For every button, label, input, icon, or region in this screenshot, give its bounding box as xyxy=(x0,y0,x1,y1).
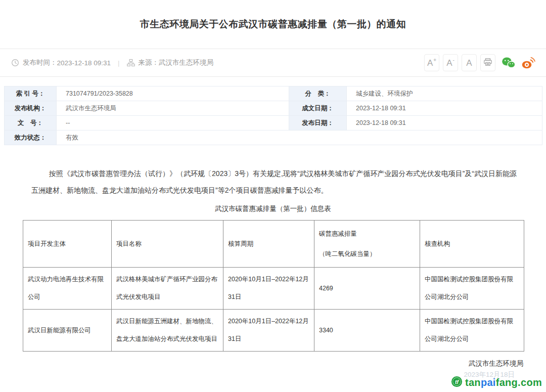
font-reset-button[interactable]: A xyxy=(462,54,477,71)
logo-part-3: .com xyxy=(518,377,542,388)
project-table-caption: 武汉市碳普惠减排量（第一批）信息表 xyxy=(0,204,546,213)
col-header-period: 核算周期 xyxy=(223,221,314,268)
verifier-cell: 中国国检测试控股集团股份有限公司湖北分公司 xyxy=(420,310,524,352)
validity-value: 有效 xyxy=(57,130,542,145)
table-row: 发布机构： 武汉市生态环境局 成文日期： 2023-12-18 09:31 xyxy=(5,101,542,116)
clock-icon xyxy=(11,59,19,67)
publish-info: 发布时间： 2023-12-18 09:31 | 来源： 武汉市生态环境局 xyxy=(11,58,213,67)
printer-icon xyxy=(483,58,492,68)
period-cell: 2020年10月1日–2022年12月31日 xyxy=(223,310,314,352)
table-row: 文 号： -- 发布日期： 2023-12-18 09:31 xyxy=(5,116,542,130)
source-label: 来源： xyxy=(139,58,159,67)
period-cell: 2020年10月1日–2022年12月31日 xyxy=(223,268,314,310)
source-value: 武汉市生态环境局 xyxy=(159,58,213,67)
verifier-cell: 中国国检测试控股集团股份有限公司湖北分公司 xyxy=(420,268,524,310)
table-row: 效力状态： 有效 xyxy=(5,130,542,145)
issuing-agency-label: 发布机构： xyxy=(5,101,57,116)
written-date-value: 2023-12-18 09:31 xyxy=(347,101,542,116)
index-number-label: 索 引 号： xyxy=(5,86,57,101)
publish-time-value: 2023-12-18 09:31 xyxy=(57,59,111,67)
publish-date-label: 发布日期： xyxy=(289,116,347,130)
publish-time-label: 发布时间： xyxy=(23,58,57,67)
doc-number-label: 文 号： xyxy=(5,116,57,130)
footer-brand-area: 2023年12月18日 tf tanpaifang.com xyxy=(430,370,546,391)
table-row: 武汉日新能源有限公司 武汉日新能源五洲建材、新地物流、盘龙大道加油站分布式光伏发… xyxy=(23,310,524,352)
col-header-project: 项目名称 xyxy=(112,221,223,268)
category-label: 分 类： xyxy=(289,86,347,101)
col-header-developer: 项目开发主体 xyxy=(23,221,112,268)
reduction-cell: 3340 xyxy=(314,310,420,352)
table-row: 索 引 号： 731074791/2023-35828 分 类： 城乡建设、环境… xyxy=(5,86,542,101)
validity-label: 效力状态： xyxy=(5,130,57,145)
wechat-share-icon[interactable] xyxy=(502,57,516,69)
col-header-reduction: 碳普惠减排量 （吨二氧化碳当量） xyxy=(314,221,420,268)
col-header-verifier: 核查机构 xyxy=(420,221,524,268)
print-button[interactable] xyxy=(480,54,495,71)
logo-part-0: tan xyxy=(465,377,481,388)
reduction-cell: 4269 xyxy=(314,268,420,310)
weibo-share-icon[interactable] xyxy=(522,57,536,69)
issuing-agency-value: 武汉市生态环境局 xyxy=(57,101,289,116)
source-icon xyxy=(127,59,135,67)
table-header-row: 项目开发主体 项目名称 核算周期 碳普惠减排量 （吨二氧化碳当量） 核查机构 xyxy=(23,221,524,268)
developer-cell: 武汉动力电池再生技术有限公司 xyxy=(23,268,112,310)
category-value: 城乡建设、环境保护 xyxy=(347,86,542,101)
document-info-table: 索 引 号： 731074791/2023-35828 分 类： 城乡建设、环境… xyxy=(4,86,542,145)
project-name-cell: 武汉格林美城市矿产循环产业园分布式光伏发电项目 xyxy=(112,268,223,310)
logo-part-2: fang xyxy=(496,377,518,388)
toolbar: A+ A- A xyxy=(421,54,536,71)
index-number-value: 731074791/2023-35828 xyxy=(57,86,289,101)
font-increase-button[interactable]: A+ xyxy=(424,54,439,71)
document-header: 市生态环境局关于公布武汉市碳普惠减排量（第一批）的通知 xyxy=(0,0,546,49)
logo-part-1: pai xyxy=(481,377,496,388)
font-decrease-button[interactable]: A- xyxy=(443,54,458,71)
carbon-reduction-table: 项目开发主体 项目名称 核算周期 碳普惠减排量 （吨二氧化碳当量） 核查机构 武… xyxy=(23,220,524,352)
divider: | xyxy=(118,59,120,67)
tanpaifang-watermark[interactable]: tf tanpaifang.com xyxy=(451,376,542,389)
tanpaifang-logo-icon: tf xyxy=(451,376,463,389)
developer-cell: 武汉日新能源有限公司 xyxy=(23,310,112,352)
written-date-label: 成文日期： xyxy=(289,101,347,116)
doc-number-value: -- xyxy=(57,116,289,130)
project-name-cell: 武汉日新能源五洲建材、新地物流、盘龙大道加油站分布式光伏发电项目 xyxy=(112,310,223,352)
article-paragraph: 按照《武汉市碳普惠管理办法（试行）》（武环规〔2023〕3号）有关规定,现将“武… xyxy=(31,165,517,199)
table-row: 武汉动力电池再生技术有限公司 武汉格林美城市矿产循环产业园分布式光伏发电项目 2… xyxy=(23,268,524,310)
publish-date-value: 2023-12-18 09:31 xyxy=(347,116,542,130)
meta-bar: 发布时间： 2023-12-18 09:31 | 来源： 武汉市生态环境局 A+… xyxy=(0,49,546,77)
page-title: 市生态环境局关于公布武汉市碳普惠减排量（第一批）的通知 xyxy=(140,18,406,31)
signature-agency: 武汉市生态环境局 xyxy=(0,359,523,368)
